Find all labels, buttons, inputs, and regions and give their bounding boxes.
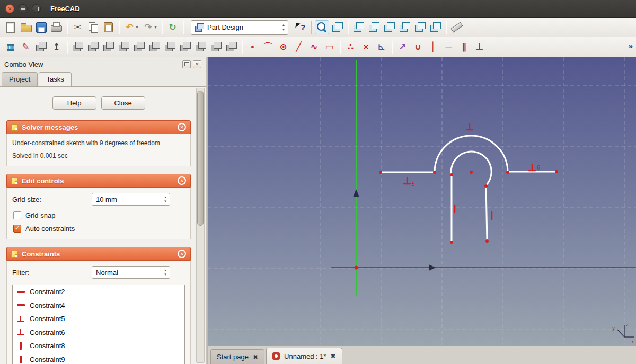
boolean-icon[interactable] — [163, 40, 177, 54]
constraint-parallel-icon[interactable]: ∥ — [457, 40, 471, 54]
spinner-arrows-icon[interactable] — [161, 193, 170, 205]
tab-project[interactable]: Project — [2, 72, 38, 86]
bottom-view-icon[interactable] — [413, 20, 427, 34]
sketch-inner-arc[interactable] — [451, 152, 491, 185]
axonometric-view-icon[interactable] — [330, 20, 344, 34]
fit-all-icon[interactable] — [315, 20, 329, 34]
constraint-coincident-icon[interactable]: ∴ — [343, 40, 358, 54]
refresh-icon[interactable]: ↻ — [165, 20, 180, 34]
collapse-section-icon[interactable] — [178, 250, 186, 258]
tab-unnamed-document[interactable]: Unnamed : 1* ✖ — [266, 348, 342, 364]
additive-loft-icon[interactable] — [132, 40, 146, 54]
measure-distance-icon[interactable] — [449, 20, 464, 34]
constraints-header[interactable]: Constraints — [6, 247, 191, 261]
create-fillet-icon[interactable]: ⊾ — [374, 40, 388, 54]
map-sketch-icon[interactable]: ↥ — [49, 40, 64, 54]
grid-snap-checkbox[interactable] — [13, 211, 21, 219]
edit-sketch-icon[interactable]: ✎ — [19, 40, 33, 54]
grid-size-label: Grid size: — [12, 196, 92, 203]
panel-float-icon[interactable] — [182, 60, 191, 68]
additive-pipe-icon[interactable] — [147, 40, 162, 54]
open-document-icon[interactable] — [19, 20, 33, 34]
paste-icon[interactable] — [101, 20, 116, 34]
thickness-icon[interactable] — [224, 40, 238, 54]
rear-view-icon[interactable] — [398, 20, 412, 34]
print-icon[interactable] — [49, 20, 64, 34]
collapse-section-icon[interactable] — [178, 176, 186, 185]
revolution-icon[interactable] — [101, 40, 116, 54]
whats-this-icon[interactable]: ? — [294, 20, 308, 34]
copy-icon[interactable] — [86, 20, 100, 34]
create-polyline-icon[interactable]: ∿ — [307, 40, 321, 54]
left-view-icon[interactable] — [428, 20, 443, 34]
constraint-item[interactable]: Constraint9 — [13, 353, 184, 364]
toolbar-row1-group-a: ✂↶↷↻ — [3, 20, 186, 34]
constraint-label: Constraint6 — [30, 329, 65, 336]
spinner-arrows-icon[interactable] — [161, 267, 170, 278]
close-tab-icon[interactable]: ✖ — [253, 354, 258, 360]
window-maximize-button[interactable] — [32, 4, 41, 13]
groove-icon[interactable] — [117, 40, 131, 54]
draft-icon[interactable] — [209, 40, 223, 54]
chamfer-icon[interactable] — [193, 40, 208, 54]
constraint-horizontal-icon — [16, 301, 25, 309]
create-slot-icon[interactable]: ∪ — [411, 40, 425, 54]
3d-viewport[interactable]: 5 6 z y x — [208, 57, 636, 345]
close-tab-icon[interactable]: ✖ — [331, 353, 336, 359]
constraint-item[interactable]: Constraint6 — [13, 326, 184, 340]
create-rectangle-icon[interactable]: ▭ — [322, 40, 337, 54]
constraint-point-on-object-icon — [16, 315, 25, 323]
tasks-scrollbar-thumb[interactable] — [197, 91, 204, 226]
main-area: Combo View Project Tasks Help Close Solv… — [0, 57, 636, 364]
create-arc-icon[interactable]: ⌒ — [261, 40, 275, 54]
front-view-icon[interactable] — [351, 20, 366, 34]
constraint-vertical-icon[interactable]: │ — [426, 40, 440, 54]
fillet-icon[interactable] — [178, 40, 192, 54]
toolbar-overflow-icon[interactable]: » — [629, 41, 633, 50]
external-geometry-icon[interactable]: ↗ — [395, 40, 410, 54]
constraint-filter-dropdown[interactable]: Normal — [92, 266, 170, 279]
pad-icon[interactable] — [70, 40, 85, 54]
panel-close-icon[interactable] — [193, 60, 201, 68]
right-view-icon[interactable] — [382, 20, 396, 34]
new-document-icon[interactable] — [3, 20, 17, 34]
sketch-points[interactable] — [355, 170, 559, 270]
trim-edge-icon[interactable]: × — [359, 40, 373, 54]
create-point-icon[interactable]: • — [245, 40, 260, 54]
constraint-perpendicular-icon[interactable]: ⊥ — [472, 40, 487, 54]
tab-tasks[interactable]: Tasks — [39, 72, 71, 86]
cut-icon[interactable]: ✂ — [70, 20, 85, 34]
constraint-label: Constraint5 — [30, 315, 65, 323]
save-icon[interactable] — [34, 20, 48, 34]
sketch-outer-arc[interactable] — [435, 136, 508, 172]
create-line-icon[interactable]: ╱ — [292, 40, 306, 54]
freecad-window: FreeCAD ✂↶↷↻ Part Design ? ▦✎↥•⌒⊙╱∿▭∴×⊾↗… — [0, 0, 636, 364]
constraint-item[interactable]: Constraint5 — [13, 312, 184, 326]
view-sketch-icon[interactable] — [34, 40, 48, 54]
pocket-icon[interactable] — [86, 40, 100, 54]
window-minimize-button[interactable] — [19, 4, 28, 13]
constraint-item[interactable]: Constraint8 — [13, 339, 184, 353]
redo-menu-caret[interactable] — [153, 20, 158, 34]
tab-start-page[interactable]: Start page ✖ — [210, 349, 264, 364]
workbench-spinner-icon[interactable] — [279, 21, 288, 34]
tasks-scrollbar[interactable] — [196, 88, 205, 363]
auto-constraints-checkbox[interactable] — [13, 225, 21, 233]
close-button[interactable]: Close — [101, 96, 145, 110]
edit-controls-header[interactable]: Edit controls — [6, 174, 191, 188]
create-circle-icon[interactable]: ⊙ — [276, 40, 290, 54]
top-view-icon[interactable] — [367, 20, 381, 34]
constraint-item[interactable]: Constraint2 — [13, 285, 184, 299]
solver-messages-header[interactable]: Solver messages — [6, 120, 191, 134]
collapse-section-icon[interactable] — [178, 123, 186, 131]
help-button[interactable]: Help — [52, 96, 96, 110]
new-sketch-icon[interactable]: ▦ — [3, 40, 17, 54]
constraint-horizontal-icon[interactable]: ─ — [441, 40, 456, 54]
workbench-selector[interactable]: Part Design — [191, 20, 288, 35]
sketch-canvas[interactable]: 5 6 z y x — [208, 57, 636, 345]
sketch-right-vertical-line[interactable] — [486, 185, 487, 241]
grid-size-spinbox[interactable]: 10 mm — [92, 193, 170, 206]
constraint-item[interactable]: Constraint4 — [13, 299, 184, 313]
undo-menu-caret[interactable] — [134, 20, 140, 34]
window-close-button[interactable] — [5, 4, 14, 13]
